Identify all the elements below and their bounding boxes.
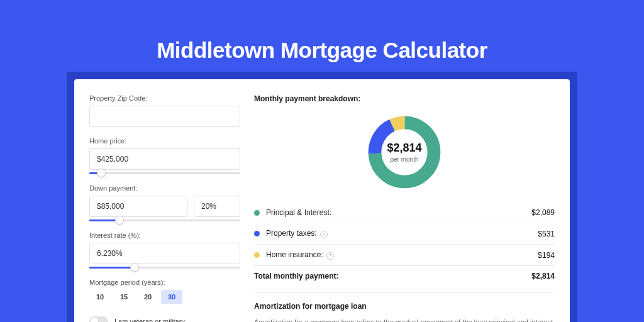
page-title: Middletown Mortgage Calculator — [0, 0, 644, 79]
calculator-panel: Property Zip Code: Home price: Down paym… — [74, 79, 570, 322]
home-price-field: Home price: — [89, 137, 240, 174]
interest-rate-input[interactable] — [89, 243, 240, 264]
legend-total-row: Total monthly payment:$2,814 — [254, 265, 555, 286]
down-payment-slider[interactable] — [89, 219, 240, 221]
donut-chart-wrap: $2,814 per month — [254, 109, 555, 200]
zip-field: Property Zip Code: — [89, 94, 240, 127]
inputs-column: Property Zip Code: Home price: Down paym… — [89, 94, 240, 322]
period-tab-15[interactable]: 15 — [113, 290, 135, 304]
down-payment-input[interactable] — [89, 196, 187, 217]
mortgage-period-label: Mortgage period (years): — [89, 279, 240, 286]
veteran-toggle[interactable] — [89, 316, 108, 322]
amortization-section: Amortization for mortgage loan Amortizat… — [254, 292, 555, 322]
legend-value: $194 — [538, 251, 555, 260]
home-price-input[interactable] — [89, 148, 240, 170]
veteran-row: I am veteran or military — [89, 316, 240, 322]
slider-thumb[interactable] — [97, 169, 106, 177]
legend-label: Home insurance:? — [266, 250, 538, 260]
donut-sublabel: per month — [390, 156, 418, 163]
legend-dot-icon — [254, 252, 260, 258]
interest-rate-slider[interactable] — [89, 267, 240, 269]
donut-amount: $2,814 — [387, 142, 421, 155]
amortization-heading: Amortization for mortgage loan — [254, 302, 555, 311]
legend-row: Principal & Interest:$2,089 — [254, 203, 555, 223]
legend-dot-icon — [254, 231, 260, 236]
down-payment-pct-input[interactable] — [194, 196, 240, 217]
mortgage-period-field: Mortgage period (years): 10152030 — [89, 279, 240, 304]
legend-row: Home insurance:?$194 — [254, 244, 555, 265]
legend: Principal & Interest:$2,089Property taxe… — [254, 203, 555, 286]
interest-rate-field: Interest rate (%): — [89, 231, 240, 269]
down-payment-label: Down payment: — [89, 184, 240, 192]
slider-thumb[interactable] — [115, 216, 124, 225]
veteran-label: I am veteran or military — [114, 318, 185, 322]
info-icon[interactable]: ? — [326, 252, 334, 260]
amortization-body: Amortization for a mortgage loan refers … — [254, 317, 555, 322]
period-tab-10[interactable]: 10 — [89, 290, 111, 304]
info-icon[interactable]: ? — [320, 231, 328, 238]
interest-rate-label: Interest rate (%): — [89, 231, 240, 239]
period-tabs: 10152030 — [89, 290, 240, 304]
legend-dot-icon — [254, 210, 260, 216]
legend-total-label: Total monthly payment: — [254, 272, 531, 280]
period-tab-30[interactable]: 30 — [161, 290, 182, 304]
legend-total-value: $2,814 — [531, 272, 555, 280]
legend-row: Property taxes:?$531 — [254, 223, 555, 244]
home-price-label: Home price: — [89, 137, 240, 145]
slider-thumb[interactable] — [130, 263, 139, 272]
donut-chart: $2,814 per month — [365, 113, 443, 191]
period-tab-20[interactable]: 20 — [137, 290, 158, 304]
donut-center: $2,814 per month — [365, 113, 443, 191]
legend-label: Property taxes:? — [266, 229, 538, 238]
down-payment-field: Down payment: — [89, 184, 240, 221]
legend-label: Principal & Interest: — [266, 208, 531, 217]
legend-value: $2,089 — [531, 208, 555, 217]
home-price-slider[interactable] — [89, 172, 240, 174]
zip-input[interactable] — [89, 106, 240, 127]
breakdown-heading: Monthly payment breakdown: — [254, 94, 555, 103]
legend-value: $531 — [538, 230, 555, 238]
zip-label: Property Zip Code: — [89, 94, 240, 102]
breakdown-column: Monthly payment breakdown: $2,814 per mo… — [254, 94, 555, 322]
